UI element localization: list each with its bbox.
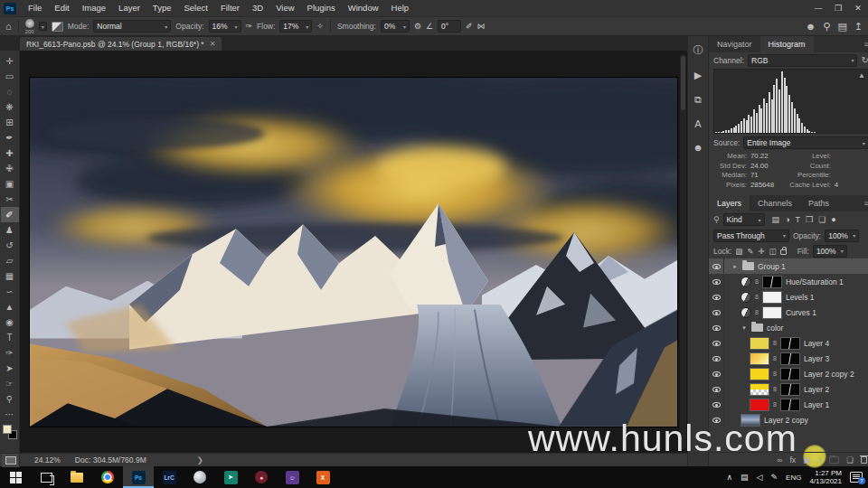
layer-style-icon[interactable]: fx: [789, 455, 796, 465]
menu-filter[interactable]: Filter: [214, 0, 246, 16]
marquee-tool[interactable]: ▭: [1, 69, 19, 84]
x-app-icon[interactable]: X: [307, 466, 338, 488]
smudge-tool[interactable]: ∽: [1, 284, 19, 299]
gradient-tool[interactable]: ▦: [1, 268, 19, 284]
layer-row[interactable]: 8Layer 3: [709, 351, 868, 366]
document-tab[interactable]: RKI_6613-Pano.psb @ 24.1% (Group 1, RGB/…: [20, 37, 222, 51]
zoom-level[interactable]: 24.12%: [34, 455, 61, 465]
link-layers-icon[interactable]: ∞: [777, 455, 782, 465]
filter-shape-icon[interactable]: ❒: [806, 215, 813, 224]
new-group-icon[interactable]: [829, 456, 839, 464]
lightroom-icon[interactable]: LrC: [154, 466, 184, 488]
clipboard-tray-icon[interactable]: ▤: [741, 473, 749, 482]
filter-adjustment-icon[interactable]: ◑: [785, 215, 789, 224]
notification-center-icon[interactable]: 7: [850, 472, 863, 483]
histogram-panel-menu-icon[interactable]: ≡: [864, 36, 868, 52]
layers-tab-channels[interactable]: Channels: [750, 195, 800, 211]
menu-edit[interactable]: Edit: [48, 0, 75, 16]
layer-row[interactable]: 8Hue/Saturation 1: [709, 274, 868, 289]
pasteboard[interactable]: [20, 51, 687, 453]
photoshop-icon[interactable]: Ps: [123, 466, 154, 488]
patch-tool[interactable]: ▣: [1, 176, 19, 192]
layer-row[interactable]: 8Layer 1: [709, 397, 868, 412]
visibility-cell[interactable]: [709, 412, 724, 427]
google-earth-icon[interactable]: [184, 466, 215, 488]
add-mask-icon[interactable]: ▣: [803, 455, 810, 465]
layer-row[interactable]: 8Layer 2: [709, 381, 868, 397]
visibility-cell[interactable]: [709, 397, 724, 412]
screen-mode-icon[interactable]: [2, 454, 20, 467]
tab-close-icon[interactable]: ✕: [210, 40, 216, 48]
recorder-app-icon[interactable]: ●: [246, 466, 277, 488]
channel-select[interactable]: RGB▾: [748, 54, 857, 67]
layer-mask-thumbnail[interactable]: [780, 368, 800, 380]
lock-position-icon[interactable]: ✛: [758, 247, 764, 256]
lasso-tool[interactable]: ◌: [1, 84, 19, 99]
brush-preset-picker[interactable]: 200: [25, 18, 34, 34]
volume-tray-icon[interactable]: ◁: [757, 473, 763, 482]
smoothing-field[interactable]: 0%▾: [381, 20, 410, 33]
layer-opacity-field[interactable]: 100%▾: [825, 230, 859, 242]
layer-row[interactable]: 8Curves 1: [709, 305, 868, 320]
adjustment-layer-icon[interactable]: ◑: [817, 455, 822, 465]
layer-row[interactable]: ▸Group 1: [709, 258, 868, 274]
menu-select[interactable]: Select: [177, 0, 213, 16]
kind-filter-select[interactable]: Kind▾: [723, 213, 765, 226]
delete-layer-icon[interactable]: [861, 456, 867, 464]
lock-artboard-icon[interactable]: ◫: [769, 247, 777, 256]
lock-all-icon[interactable]: [780, 249, 787, 255]
crop-tool[interactable]: ⊞: [1, 115, 19, 130]
layer-mask-thumbnail[interactable]: [762, 291, 782, 304]
layer-mask-thumbnail[interactable]: [780, 383, 800, 396]
history-brush-tool[interactable]: ↺: [1, 238, 19, 253]
layer-thumbnail[interactable]: [750, 368, 769, 380]
status-options-arrow[interactable]: ❯: [197, 455, 203, 465]
new-layer-icon[interactable]: ❏: [846, 455, 854, 465]
brush-preset-dropdown[interactable]: ▾: [39, 22, 47, 31]
canvas-scrollbar[interactable]: [680, 54, 686, 449]
clock[interactable]: 1:27 PM 4/13/2021: [809, 469, 842, 485]
close-button[interactable]: ✕: [848, 0, 868, 16]
layer-thumbnail[interactable]: [741, 414, 760, 427]
layer-mask-thumbnail[interactable]: [780, 399, 800, 411]
mode-select[interactable]: Normal▾: [93, 20, 171, 33]
layer-thumbnail[interactable]: [750, 399, 769, 411]
histogram-tab-navigator[interactable]: Navigator: [709, 36, 760, 52]
visibility-cell[interactable]: [709, 289, 724, 305]
minimize-button[interactable]: —: [808, 0, 828, 16]
menu-plugins[interactable]: Plugins: [301, 0, 342, 16]
menu-3d[interactable]: 3D: [246, 0, 269, 16]
layer-mask-thumbnail[interactable]: [762, 276, 782, 288]
angle-field[interactable]: 0°: [438, 20, 461, 33]
task-view-button[interactable]: [31, 466, 61, 488]
filter-smart-object-icon[interactable]: ❏: [818, 215, 826, 224]
histogram-refresh-icon[interactable]: ↻: [861, 55, 868, 65]
layer-mask-thumbnail[interactable]: [762, 306, 782, 319]
workspace-icon[interactable]: ▤: [837, 17, 846, 35]
tray-chevron-icon[interactable]: ∧: [726, 473, 732, 482]
language-indicator[interactable]: ENG: [786, 474, 801, 482]
type-tool[interactable]: T: [1, 330, 19, 345]
actions-panel-icon[interactable]: ▶: [694, 70, 702, 81]
visibility-cell[interactable]: [709, 366, 724, 381]
visibility-cell[interactable]: [709, 335, 724, 351]
size-pressure-icon[interactable]: ✐: [466, 17, 473, 35]
healing-brush-tool[interactable]: ✙: [1, 161, 19, 176]
smoothing-gear-icon[interactable]: ⚙: [414, 17, 421, 35]
content-aware-move-tool[interactable]: ✂: [1, 192, 19, 207]
visibility-cell[interactable]: [709, 320, 724, 335]
brush-tool[interactable]: ✐: [1, 207, 19, 222]
group-expander-icon[interactable]: ▸: [731, 263, 739, 270]
menu-layer[interactable]: Layer: [112, 0, 146, 16]
symmetry-icon[interactable]: ⋈: [477, 17, 486, 35]
source-select[interactable]: Entire Image▾: [743, 136, 868, 149]
visibility-cell[interactable]: [709, 351, 724, 366]
chrome-icon[interactable]: [92, 466, 123, 488]
menu-type[interactable]: Type: [146, 0, 178, 16]
info-panel-icon[interactable]: ⓘ: [693, 43, 703, 57]
toggle-brush-panel-icon[interactable]: [52, 22, 63, 32]
opacity-pressure-icon[interactable]: ✑: [246, 17, 253, 35]
pen-tool[interactable]: ✑: [1, 345, 19, 361]
dodge-tool[interactable]: ◉: [1, 314, 19, 330]
character-panel-icon[interactable]: A: [694, 118, 701, 129]
